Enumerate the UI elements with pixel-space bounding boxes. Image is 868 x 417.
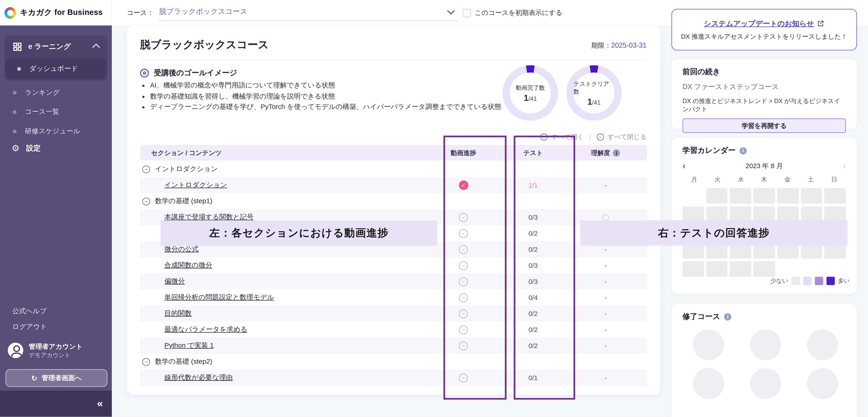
completed-courses-card: 修了コース i (672, 304, 857, 417)
content-row: 線形代数が必要な理由−0/1- (140, 370, 647, 386)
calendar-prev-button[interactable]: ‹ (683, 161, 694, 171)
understanding-value: - (604, 246, 607, 253)
bullet-icon (13, 129, 17, 133)
understanding-value: - (604, 181, 607, 189)
legend-swatch (792, 277, 800, 285)
content-link[interactable]: 微分の公式 (140, 245, 425, 254)
help-link[interactable]: 公式ヘルプ (12, 307, 47, 316)
admin-button-label: 管理者画面へ (41, 373, 82, 383)
calendar-day-cell (706, 261, 727, 277)
video-complete-icon: ✓ (459, 180, 468, 190)
bullet-icon (13, 110, 17, 114)
system-update-link[interactable]: システムアップデートのお知らせ (704, 19, 814, 29)
calendar-header: 学習カレンダー i (683, 146, 846, 156)
goal-bullet: 数学の基礎知識を習得し、機械学習の理論を説明できる状態 (150, 91, 501, 102)
video-not-started-icon: − (459, 277, 468, 286)
content-link[interactable]: 単回帰分析の問題設定と数理モデル (140, 293, 425, 302)
header-section: セクション / コンテンツ (140, 149, 425, 157)
default-course-checkbox-row[interactable]: このコースを初期表示にする (463, 8, 562, 18)
weekday-label: 日 (823, 175, 846, 184)
resume-learning-button[interactable]: 学習を再開する (683, 119, 846, 133)
collapse-section-icon[interactable]: − (142, 197, 150, 205)
deadline-value: 2025-03-31 (611, 41, 647, 49)
content-link[interactable]: 目的関数 (140, 309, 425, 318)
sidebar-item-settings[interactable]: ⚙ 設定 (0, 139, 112, 158)
calendar-day-cell (730, 188, 751, 204)
test-progress-value: 0/3 (528, 261, 538, 269)
legend-swatch (827, 277, 835, 285)
separator: | (589, 133, 591, 141)
previous-course-link[interactable]: DX ファーストステップコース (683, 83, 846, 92)
deadline-label: 期限： (591, 41, 611, 49)
calendar-day-cell (706, 188, 727, 204)
collapse-all-button[interactable]: すべて閉じる (608, 133, 647, 141)
section-row: −数学の基礎 (step2) (140, 354, 647, 370)
weekday-label: 火 (706, 175, 729, 184)
course-select[interactable]: 脱ブラックボックスコース (158, 4, 458, 21)
logout-link[interactable]: ログアウト (12, 322, 47, 331)
test-progress-value: 0/4 (528, 294, 538, 301)
test-progress-value: 0/2 (528, 310, 538, 317)
collapse-section-icon[interactable]: − (142, 165, 150, 173)
video-not-started-icon: − (459, 325, 468, 334)
account-name: 管理者アカウント (29, 342, 83, 351)
minus-circle-icon[interactable]: − (596, 133, 604, 140)
content-link[interactable]: 最適なパラメータを求める (140, 325, 425, 334)
info-icon[interactable]: i (724, 313, 732, 320)
content-link[interactable]: Python で実装 1 (140, 341, 425, 351)
video-not-started-icon: − (459, 261, 468, 270)
understanding-cell (564, 214, 647, 221)
content-link[interactable]: イントロダクション (140, 180, 425, 190)
sidebar-item[interactable]: コース一覧 (0, 102, 112, 122)
video-progress-cell: ✓ (425, 180, 502, 190)
sidebar-group-header[interactable]: e ラーニング (4, 35, 107, 58)
understanding-value: - (604, 342, 607, 349)
completed-course-placeholder (693, 368, 724, 399)
weekday-label: 木 (752, 175, 776, 184)
panel-title: 前回の続き (683, 67, 846, 77)
brand-header: キカガク for Business (0, 0, 112, 26)
account-subtitle: デモアカウント (29, 351, 83, 359)
refresh-icon: ↻ (31, 374, 37, 382)
goal-bullet: ディープラーニングの基礎を学び、PyTorch を使ってモデルの構築、ハイパーパ… (150, 102, 501, 113)
content-link[interactable]: 偏微分 (140, 277, 425, 286)
calendar-month-label: 2023 年 8 月 (694, 161, 835, 171)
collapse-sidebar-icon[interactable]: « (97, 397, 103, 410)
expand-all-button[interactable]: すべて開く (551, 133, 584, 141)
default-course-checkbox[interactable] (463, 8, 471, 17)
header-understanding: 理解度i (564, 149, 647, 157)
video-progress-cell: − (425, 261, 502, 270)
test-cell: 0/3 (502, 261, 564, 269)
calendar-day-cell (683, 261, 704, 277)
completed-course-placeholder (750, 329, 781, 360)
video-not-started-icon: − (459, 341, 468, 350)
info-icon[interactable]: i (613, 149, 620, 156)
chevron-up-icon[interactable] (92, 43, 100, 51)
plus-circle-icon[interactable]: + (540, 133, 548, 140)
sidebar-item-dashboard[interactable]: ダッシュボード (5, 59, 106, 79)
test-cell: 0/2 (502, 326, 564, 333)
notice-text: DX 推進スキルアセスメントテストをリリースしました！ (681, 32, 847, 41)
target-icon (140, 69, 149, 77)
calendar-day-cell (777, 188, 799, 204)
notice-link-row[interactable]: システムアップデートのお知らせ (704, 19, 825, 29)
video-not-started-icon: − (459, 213, 468, 222)
legend-swatches (792, 277, 835, 285)
completed-course-placeholder (693, 329, 724, 360)
calendar-day-cell (825, 206, 846, 222)
brand-name: キカガク for Business (20, 8, 103, 18)
calendar-weekdays: 月火水木金土日 (683, 175, 846, 184)
collapse-section-icon[interactable]: − (142, 358, 150, 365)
content-link[interactable]: 合成関数の微分 (140, 261, 425, 270)
grid-icon (13, 42, 22, 51)
info-icon[interactable]: i (739, 147, 747, 154)
expand-collapse-controls: + すべて開く | − すべて閉じる (540, 133, 647, 141)
sidebar-item[interactable]: 研修スケジュール (0, 122, 112, 141)
sidebar-item[interactable]: ランキング (0, 83, 112, 102)
calendar-next-button[interactable]: › (835, 161, 846, 171)
content-link[interactable]: 線形代数が必要な理由 (140, 373, 425, 383)
legend-swatch (815, 277, 823, 285)
test-cell: 0/3 (502, 278, 564, 285)
content-row: 最適なパラメータを求める−0/2- (140, 322, 647, 338)
admin-screen-button[interactable]: ↻ 管理者画面へ (5, 369, 107, 387)
